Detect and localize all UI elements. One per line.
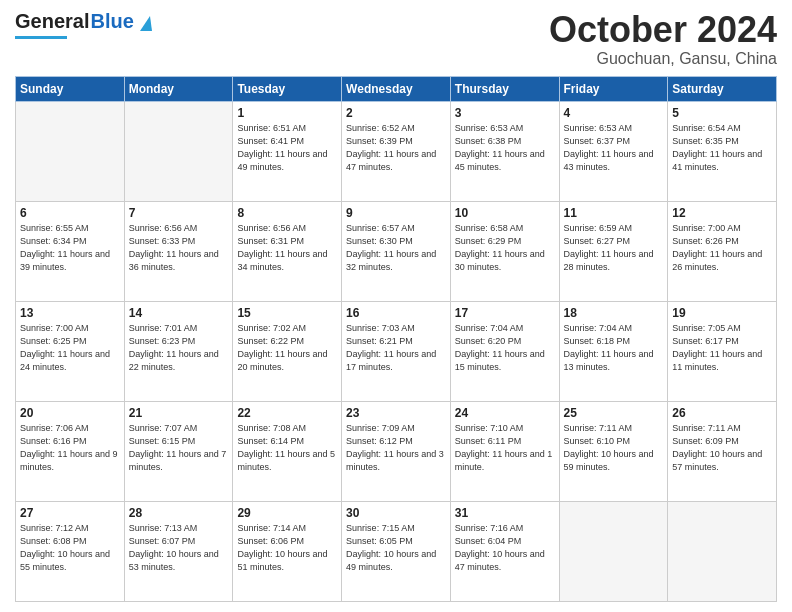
day-info: Sunrise: 7:11 AMSunset: 6:10 PMDaylight:… — [564, 422, 664, 474]
day-info: Sunrise: 7:12 AMSunset: 6:08 PMDaylight:… — [20, 522, 120, 574]
logo-blue-text: Blue — [90, 10, 133, 33]
col-tuesday: Tuesday — [233, 76, 342, 101]
day-info: Sunrise: 6:57 AMSunset: 6:30 PMDaylight:… — [346, 222, 446, 274]
day-number: 20 — [20, 406, 120, 420]
day-info: Sunrise: 7:10 AMSunset: 6:11 PMDaylight:… — [455, 422, 555, 474]
day-number: 19 — [672, 306, 772, 320]
col-saturday: Saturday — [668, 76, 777, 101]
day-number: 18 — [564, 306, 664, 320]
day-info: Sunrise: 7:14 AMSunset: 6:06 PMDaylight:… — [237, 522, 337, 574]
table-row: 11Sunrise: 6:59 AMSunset: 6:27 PMDayligh… — [559, 201, 668, 301]
table-row: 30Sunrise: 7:15 AMSunset: 6:05 PMDayligh… — [342, 501, 451, 601]
day-number: 26 — [672, 406, 772, 420]
table-row: 16Sunrise: 7:03 AMSunset: 6:21 PMDayligh… — [342, 301, 451, 401]
day-number: 31 — [455, 506, 555, 520]
day-info: Sunrise: 7:16 AMSunset: 6:04 PMDaylight:… — [455, 522, 555, 574]
day-number: 28 — [129, 506, 229, 520]
col-thursday: Thursday — [450, 76, 559, 101]
day-info: Sunrise: 7:13 AMSunset: 6:07 PMDaylight:… — [129, 522, 229, 574]
day-info: Sunrise: 7:04 AMSunset: 6:20 PMDaylight:… — [455, 322, 555, 374]
day-number: 2 — [346, 106, 446, 120]
table-row: 4Sunrise: 6:53 AMSunset: 6:37 PMDaylight… — [559, 101, 668, 201]
day-info: Sunrise: 6:56 AMSunset: 6:33 PMDaylight:… — [129, 222, 229, 274]
day-number: 17 — [455, 306, 555, 320]
table-row: 19Sunrise: 7:05 AMSunset: 6:17 PMDayligh… — [668, 301, 777, 401]
table-row: 27Sunrise: 7:12 AMSunset: 6:08 PMDayligh… — [16, 501, 125, 601]
day-info: Sunrise: 6:52 AMSunset: 6:39 PMDaylight:… — [346, 122, 446, 174]
day-info: Sunrise: 7:00 AMSunset: 6:25 PMDaylight:… — [20, 322, 120, 374]
calendar-table: Sunday Monday Tuesday Wednesday Thursday… — [15, 76, 777, 602]
day-number: 22 — [237, 406, 337, 420]
col-sunday: Sunday — [16, 76, 125, 101]
table-row: 31Sunrise: 7:16 AMSunset: 6:04 PMDayligh… — [450, 501, 559, 601]
day-info: Sunrise: 7:04 AMSunset: 6:18 PMDaylight:… — [564, 322, 664, 374]
table-row: 23Sunrise: 7:09 AMSunset: 6:12 PMDayligh… — [342, 401, 451, 501]
col-wednesday: Wednesday — [342, 76, 451, 101]
table-row: 24Sunrise: 7:10 AMSunset: 6:11 PMDayligh… — [450, 401, 559, 501]
day-number: 5 — [672, 106, 772, 120]
page: General Blue October 2024 Guochuan, Gans… — [0, 0, 792, 612]
table-row — [16, 101, 125, 201]
day-info: Sunrise: 6:51 AMSunset: 6:41 PMDaylight:… — [237, 122, 337, 174]
title-block: October 2024 Guochuan, Gansu, China — [549, 10, 777, 68]
table-row: 12Sunrise: 7:00 AMSunset: 6:26 PMDayligh… — [668, 201, 777, 301]
table-row: 2Sunrise: 6:52 AMSunset: 6:39 PMDaylight… — [342, 101, 451, 201]
day-info: Sunrise: 6:58 AMSunset: 6:29 PMDaylight:… — [455, 222, 555, 274]
table-row: 6Sunrise: 6:55 AMSunset: 6:34 PMDaylight… — [16, 201, 125, 301]
day-number: 9 — [346, 206, 446, 220]
table-row: 10Sunrise: 6:58 AMSunset: 6:29 PMDayligh… — [450, 201, 559, 301]
day-info: Sunrise: 7:01 AMSunset: 6:23 PMDaylight:… — [129, 322, 229, 374]
day-info: Sunrise: 6:53 AMSunset: 6:37 PMDaylight:… — [564, 122, 664, 174]
day-info: Sunrise: 6:59 AMSunset: 6:27 PMDaylight:… — [564, 222, 664, 274]
table-row — [668, 501, 777, 601]
table-row: 29Sunrise: 7:14 AMSunset: 6:06 PMDayligh… — [233, 501, 342, 601]
day-info: Sunrise: 7:06 AMSunset: 6:16 PMDaylight:… — [20, 422, 120, 474]
table-row: 13Sunrise: 7:00 AMSunset: 6:25 PMDayligh… — [16, 301, 125, 401]
day-info: Sunrise: 7:03 AMSunset: 6:21 PMDaylight:… — [346, 322, 446, 374]
day-number: 25 — [564, 406, 664, 420]
day-info: Sunrise: 6:54 AMSunset: 6:35 PMDaylight:… — [672, 122, 772, 174]
table-row: 7Sunrise: 6:56 AMSunset: 6:33 PMDaylight… — [124, 201, 233, 301]
day-number: 3 — [455, 106, 555, 120]
day-info: Sunrise: 7:11 AMSunset: 6:09 PMDaylight:… — [672, 422, 772, 474]
day-number: 29 — [237, 506, 337, 520]
calendar-week-row: 27Sunrise: 7:12 AMSunset: 6:08 PMDayligh… — [16, 501, 777, 601]
calendar-week-row: 1Sunrise: 6:51 AMSunset: 6:41 PMDaylight… — [16, 101, 777, 201]
calendar-week-row: 6Sunrise: 6:55 AMSunset: 6:34 PMDaylight… — [16, 201, 777, 301]
logo: General Blue — [15, 10, 152, 39]
table-row: 3Sunrise: 6:53 AMSunset: 6:38 PMDaylight… — [450, 101, 559, 201]
col-friday: Friday — [559, 76, 668, 101]
table-row: 9Sunrise: 6:57 AMSunset: 6:30 PMDaylight… — [342, 201, 451, 301]
table-row: 18Sunrise: 7:04 AMSunset: 6:18 PMDayligh… — [559, 301, 668, 401]
calendar-location: Guochuan, Gansu, China — [549, 50, 777, 68]
day-info: Sunrise: 7:00 AMSunset: 6:26 PMDaylight:… — [672, 222, 772, 274]
table-row: 17Sunrise: 7:04 AMSunset: 6:20 PMDayligh… — [450, 301, 559, 401]
day-number: 13 — [20, 306, 120, 320]
table-row: 20Sunrise: 7:06 AMSunset: 6:16 PMDayligh… — [16, 401, 125, 501]
header: General Blue October 2024 Guochuan, Gans… — [15, 10, 777, 68]
day-info: Sunrise: 7:09 AMSunset: 6:12 PMDaylight:… — [346, 422, 446, 474]
logo-top: General Blue — [15, 10, 152, 33]
day-number: 30 — [346, 506, 446, 520]
table-row: 15Sunrise: 7:02 AMSunset: 6:22 PMDayligh… — [233, 301, 342, 401]
table-row — [559, 501, 668, 601]
day-info: Sunrise: 6:56 AMSunset: 6:31 PMDaylight:… — [237, 222, 337, 274]
day-number: 11 — [564, 206, 664, 220]
day-number: 10 — [455, 206, 555, 220]
logo-underline — [15, 36, 67, 39]
table-row — [124, 101, 233, 201]
table-row: 22Sunrise: 7:08 AMSunset: 6:14 PMDayligh… — [233, 401, 342, 501]
calendar-header-row: Sunday Monday Tuesday Wednesday Thursday… — [16, 76, 777, 101]
day-info: Sunrise: 7:08 AMSunset: 6:14 PMDaylight:… — [237, 422, 337, 474]
day-number: 27 — [20, 506, 120, 520]
col-monday: Monday — [124, 76, 233, 101]
table-row: 26Sunrise: 7:11 AMSunset: 6:09 PMDayligh… — [668, 401, 777, 501]
table-row: 28Sunrise: 7:13 AMSunset: 6:07 PMDayligh… — [124, 501, 233, 601]
day-number: 14 — [129, 306, 229, 320]
day-number: 15 — [237, 306, 337, 320]
table-row: 21Sunrise: 7:07 AMSunset: 6:15 PMDayligh… — [124, 401, 233, 501]
day-info: Sunrise: 6:53 AMSunset: 6:38 PMDaylight:… — [455, 122, 555, 174]
day-number: 7 — [129, 206, 229, 220]
day-info: Sunrise: 7:07 AMSunset: 6:15 PMDaylight:… — [129, 422, 229, 474]
day-number: 8 — [237, 206, 337, 220]
